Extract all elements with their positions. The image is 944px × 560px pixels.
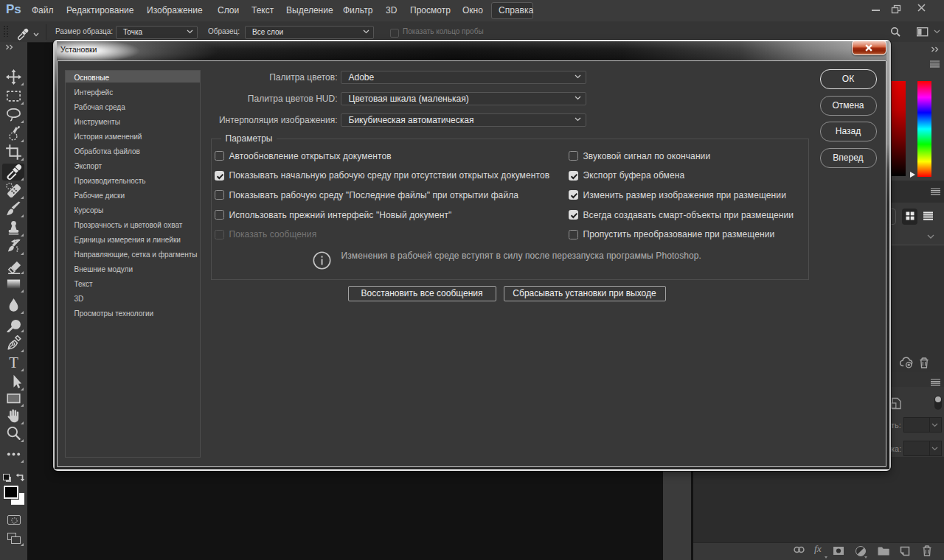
svg-text:T: T [9, 354, 18, 371]
